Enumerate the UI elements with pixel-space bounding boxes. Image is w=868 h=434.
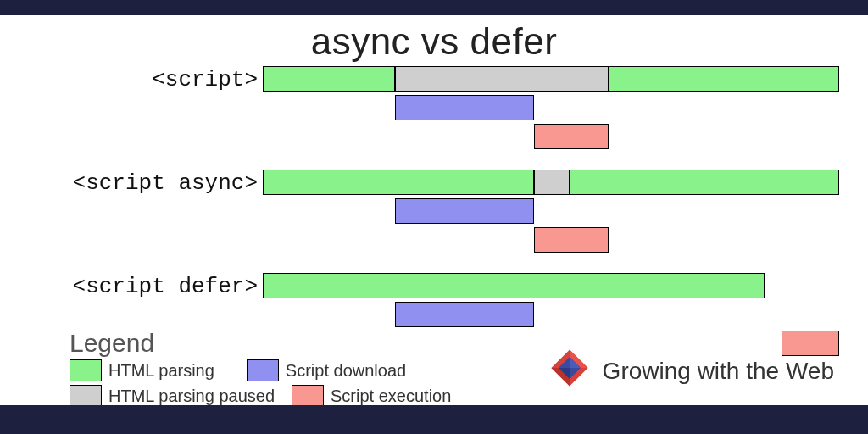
legend-item-paused: HTML parsing paused [70,385,275,407]
segment-paused [395,66,609,92]
legend-label: Script download [286,361,406,381]
row-script: <script> [0,66,868,151]
segment-parse [609,66,839,92]
segment-parse [263,273,765,298]
legend-item-exec: Script execution [292,385,451,407]
segment-parse [263,66,395,92]
segment-download [395,95,534,120]
row-label-defer: <script defer> [12,273,258,300]
segment-exec [534,124,609,149]
diagram-page: async vs defer <script> <script async> [0,0,868,434]
legend-heading: Legend [70,329,451,358]
page-title: async vs defer [0,20,868,63]
legend-label: Script execution [331,387,451,406]
swatch-parse [70,359,102,381]
swatch-paused [70,385,102,407]
legend-item-download: Script download [247,359,406,381]
legend-label: HTML parsing [108,361,214,381]
top-frame-bar [0,0,868,15]
bottom-frame-bar [0,405,868,434]
legend: Legend HTML parsing Script download HTML… [70,329,451,410]
row-label-script: <script> [12,66,258,93]
segment-parse [263,170,534,195]
segment-paused [534,170,570,195]
segment-exec [534,227,609,253]
segment-download [395,302,534,327]
row-label-async: <script async> [12,170,258,197]
row-async: <script async> [0,170,868,254]
legend-label: HTML parsing paused [108,387,275,406]
swatch-exec [292,385,324,407]
brand-text: Growing with the Web [603,358,834,385]
segment-parse [570,170,839,195]
brand: Growing with the Web [547,345,834,397]
segment-download [395,198,534,224]
logo-icon [547,345,593,397]
legend-item-parse: HTML parsing [70,359,214,381]
swatch-download [247,359,279,381]
